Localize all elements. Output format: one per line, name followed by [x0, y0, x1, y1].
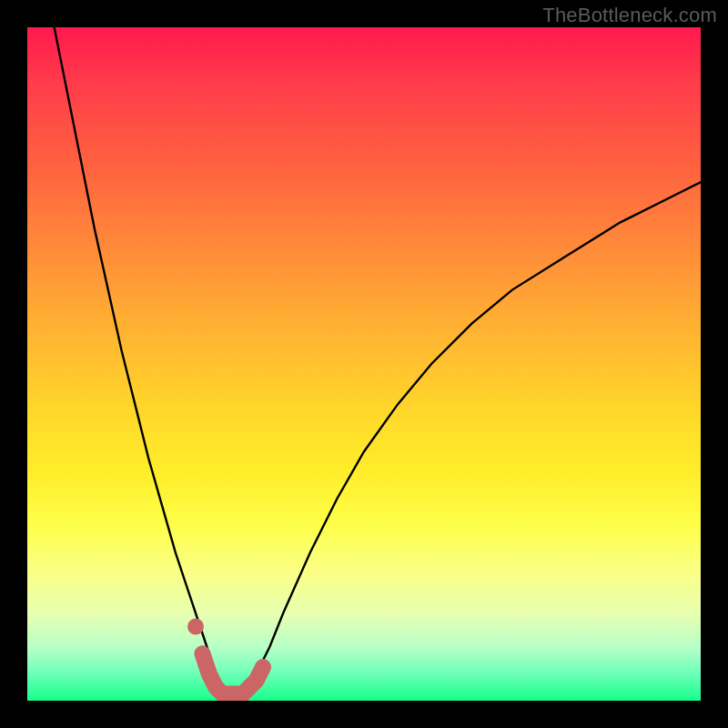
bottleneck-curve-path	[55, 27, 701, 694]
bottleneck-chart-svg	[27, 27, 701, 701]
watermark-text: TheBottleneck.com	[542, 4, 717, 27]
optimal-band-dot-icon	[187, 619, 204, 635]
chart-plot-area	[27, 27, 701, 701]
optimal-band-path	[202, 653, 263, 693]
